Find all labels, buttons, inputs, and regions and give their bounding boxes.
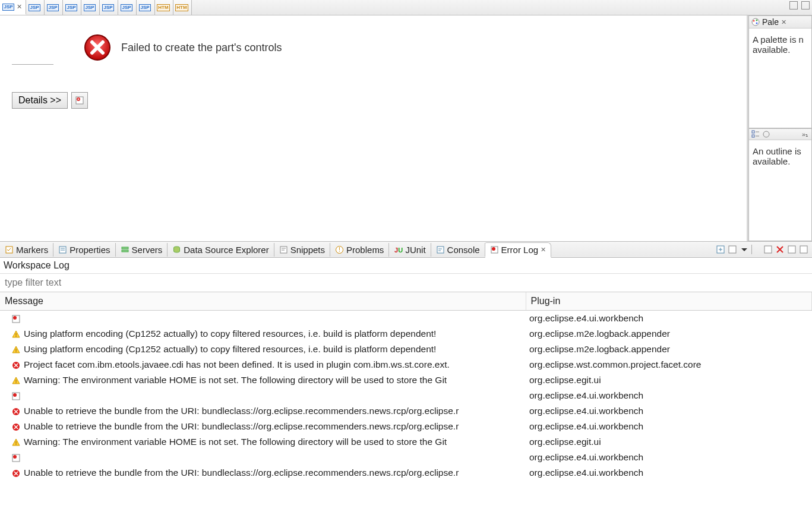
log-message-text: Unable to retrieve the bundle from the U… [24, 406, 459, 416]
svg-rect-16 [122, 247, 128, 249]
column-plugin[interactable]: Plug-in [526, 292, 812, 311]
log-message-cell: !Using platform encoding (Cp1252 actuall… [0, 326, 526, 342]
view-tab-label: JUnit [405, 245, 425, 255]
view-tab-label: Data Source Explorer [184, 245, 268, 255]
log-row[interactable]: Unable to retrieve the bundle from the U… [0, 419, 812, 434]
main-area: Failed to create the part's controls Det… [0, 15, 812, 241]
view-tab-data-source-explorer[interactable]: Data Source Explorer [168, 243, 274, 257]
editor-tab-4[interactable]: JSP [81, 0, 100, 15]
editor-tab-5[interactable]: JSP [100, 0, 118, 15]
error-icon [12, 361, 20, 369]
delete-log-icon[interactable] [775, 245, 785, 254]
outline-tab[interactable]: »₁ [749, 129, 811, 140]
palette-tab[interactable]: Pale ✕ [749, 16, 811, 29]
htm-file-icon: HTM [177, 3, 187, 12]
close-icon[interactable]: ✕ [541, 246, 546, 254]
log-message-text: Unable to retrieve the bundle from the U… [24, 467, 459, 478]
log-row[interactable]: !Warning: The environment variable HOME … [0, 372, 812, 388]
log-row[interactable]: org.eclipse.e4.ui.workbench [0, 311, 812, 327]
log-row[interactable]: org.eclipse.e4.ui.workbench [0, 388, 812, 403]
view-tab-problems[interactable]: !Problems [330, 243, 389, 257]
log-row[interactable]: Project facet com.ibm.etools.javaee.cdi … [0, 357, 812, 372]
jsp-file-icon: JSP [4, 2, 13, 12]
htm-file-icon: HTM [159, 3, 168, 12]
palette-view: Pale ✕ A palette is n available. [748, 15, 812, 128]
close-icon[interactable]: ✕ [781, 18, 786, 26]
log-plugin-cell: org.eclipse.m2e.logback.appender [526, 342, 812, 357]
view-tab-error-log[interactable]: Error Log✕ [485, 242, 552, 258]
editor-tab-6[interactable]: JSP [118, 0, 137, 15]
log-title: Workspace Log [0, 258, 812, 274]
editor-tab-7[interactable]: JSP [137, 0, 155, 15]
error-panel: Failed to create the part's controls Det… [0, 15, 747, 127]
svg-point-29 [492, 247, 495, 251]
svg-point-3 [752, 18, 759, 26]
log-message-cell: Unable to retrieve the bundle from the U… [0, 465, 526, 481]
svg-point-47 [13, 455, 17, 459]
filter-input[interactable] [0, 274, 812, 292]
editor-tab-0[interactable]: JSP✕ [0, 0, 26, 15]
column-message[interactable]: Message [0, 292, 526, 311]
log-plugin-cell: org.eclipse.egit.ui [526, 434, 812, 450]
editor-tab-1[interactable]: JSP [26, 0, 45, 15]
editor-tab-8[interactable]: HTM [155, 0, 173, 15]
error-icon [12, 469, 20, 478]
view-tab-label: Markers [16, 245, 48, 255]
svg-text:JU: JU [394, 247, 403, 254]
log-plugin-cell: org.eclipse.wst.common.project.facet.cor… [526, 357, 812, 372]
log-row[interactable]: org.eclipse.e4.ui.workbench [0, 450, 812, 465]
markers-icon [5, 245, 14, 254]
log-plugin-cell: org.eclipse.egit.ui [526, 372, 812, 388]
restore-log-icon[interactable] [799, 245, 808, 254]
maximize-icon[interactable] [801, 1, 810, 10]
view-tab-properties[interactable]: Properties [53, 243, 115, 257]
palette-body: A palette is n available. [749, 29, 811, 61]
log-row[interactable]: !Using platform encoding (Cp1252 actuall… [0, 342, 812, 357]
log-message-cell [0, 311, 526, 327]
log-row[interactable]: Unable to retrieve the bundle from the U… [0, 465, 812, 481]
export-log-icon[interactable] [716, 245, 725, 254]
palette-tab-label: Pale [762, 17, 779, 27]
right-panels: Pale ✕ A palette is n available. »₁ An o… [748, 15, 812, 241]
overflow-icon[interactable]: »₁ [802, 131, 808, 138]
stack-icon [12, 454, 20, 462]
svg-rect-7 [752, 131, 754, 133]
svg-text:!: ! [15, 440, 17, 446]
svg-text:!: ! [339, 247, 340, 253]
log-message-text: Using platform encoding (Cp1252 actually… [24, 328, 436, 339]
view-tab-label: Snippets [290, 245, 325, 255]
editor-tab-3[interactable]: JSP [63, 0, 81, 15]
view-tab-servers[interactable]: Servers [116, 243, 168, 257]
clear-log-icon[interactable] [763, 245, 773, 254]
svg-text:!: ! [15, 378, 17, 384]
view-tab-console[interactable]: Console [431, 243, 485, 257]
view-tab-junit[interactable]: JUJUnit [389, 243, 431, 257]
close-icon[interactable]: ✕ [17, 3, 22, 11]
log-row[interactable]: !Using platform encoding (Cp1252 actuall… [0, 326, 812, 342]
import-log-icon[interactable] [728, 245, 737, 254]
properties-icon [58, 245, 67, 254]
log-row[interactable]: !Warning: The environment variable HOME … [0, 434, 812, 450]
minimize-icon[interactable] [789, 1, 798, 10]
log-message-cell: Unable to retrieve the bundle from the U… [0, 403, 526, 419]
warning-icon: ! [12, 377, 20, 385]
log-plugin-cell: org.eclipse.e4.ui.workbench [526, 450, 812, 465]
junit-icon: JU [394, 245, 403, 254]
log-plugin-cell: org.eclipse.e4.ui.workbench [526, 465, 812, 481]
view-tab-markers[interactable]: Markers [0, 243, 53, 257]
log-message-cell: Unable to retrieve the bundle from the U… [0, 419, 526, 434]
editor-tab-2[interactable]: JSP [45, 0, 63, 15]
log-plugin-cell: org.eclipse.e4.ui.workbench [526, 419, 812, 434]
view-tab-snippets[interactable]: Snippets [274, 243, 330, 257]
outline-icon [751, 130, 760, 138]
outline-view: »₁ An outline is available. [748, 128, 812, 241]
view-menu-icon[interactable] [740, 245, 749, 254]
open-log-icon[interactable] [787, 245, 797, 254]
svg-point-5 [756, 20, 758, 21]
svg-point-4 [753, 20, 755, 22]
outline-sub-icon [762, 130, 770, 138]
details-button[interactable]: Details >> [12, 92, 68, 109]
editor-tab-9[interactable]: HTM [173, 0, 192, 15]
log-row[interactable]: Unable to retrieve the bundle from the U… [0, 403, 812, 419]
error-log-button[interactable] [71, 92, 88, 109]
